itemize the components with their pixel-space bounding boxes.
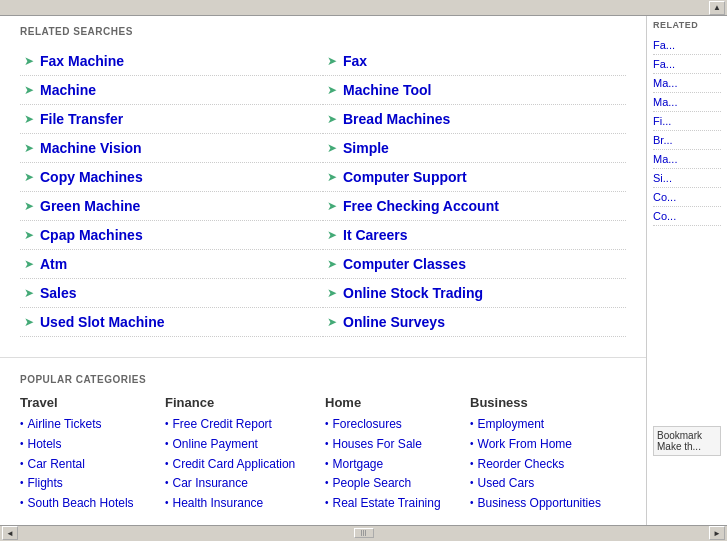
search-link[interactable]: Computer Support — [343, 169, 467, 185]
sidebar-link[interactable]: Co... — [653, 191, 721, 203]
make-text: Make th... — [657, 441, 701, 452]
list-item: ➤ Cpap Machines — [20, 221, 323, 250]
list-item: • South Beach Hotels — [20, 495, 155, 512]
bullet-icon: • — [20, 477, 24, 488]
list-item: • Real Estate Training — [325, 495, 460, 512]
list-item: Si... — [653, 169, 721, 188]
horizontal-scroll-track[interactable] — [18, 528, 709, 538]
popular-categories-section: POPULAR CATEGORIES Travel • Airline Tick… — [0, 357, 646, 525]
search-link[interactable]: Cpap Machines — [40, 227, 143, 243]
list-item: Fi... — [653, 112, 721, 131]
arrow-icon: ➤ — [24, 54, 34, 68]
sidebar-link[interactable]: Co... — [653, 210, 721, 222]
search-link[interactable]: Free Checking Account — [343, 198, 499, 214]
category-link[interactable]: Work From Home — [478, 436, 572, 453]
sidebar-link[interactable]: Ma... — [653, 77, 721, 89]
bullet-icon: • — [325, 458, 329, 469]
list-item: • Business Opportunities — [470, 495, 635, 512]
category-link[interactable]: Used Cars — [478, 475, 535, 492]
list-item: ➤ Used Slot Machine — [20, 308, 323, 337]
search-link[interactable]: It Careers — [343, 227, 408, 243]
category-link[interactable]: Free Credit Report — [173, 416, 272, 433]
category-link[interactable]: Employment — [478, 416, 545, 433]
category-link[interactable]: Credit Card Application — [173, 456, 296, 473]
list-item: Ma... — [653, 150, 721, 169]
bullet-icon: • — [325, 477, 329, 488]
list-item: ➤ It Careers — [323, 221, 626, 250]
popular-categories-title: POPULAR CATEGORIES — [20, 374, 626, 385]
category-title-travel: Travel — [20, 395, 155, 410]
bullet-icon: • — [325, 418, 329, 429]
search-link[interactable]: Machine — [40, 82, 96, 98]
category-title-finance: Finance — [165, 395, 315, 410]
search-right-column: ➤ Fax ➤ Machine Tool ➤ Bread Machines ➤ … — [323, 47, 626, 337]
arrow-icon: ➤ — [24, 315, 34, 329]
arrow-icon: ➤ — [24, 141, 34, 155]
list-item: ➤ Computer Classes — [323, 250, 626, 279]
arrow-icon: ➤ — [24, 228, 34, 242]
search-link[interactable]: Computer Classes — [343, 256, 466, 272]
list-item: ➤ Atm — [20, 250, 323, 279]
category-link[interactable]: South Beach Hotels — [28, 495, 134, 512]
search-link[interactable]: Online Surveys — [343, 314, 445, 330]
scroll-left-button[interactable]: ◄ — [2, 526, 18, 540]
category-link[interactable]: Foreclosures — [333, 416, 402, 433]
top-scrollbar: ▲ — [0, 0, 727, 16]
search-link[interactable]: Fax Machine — [40, 53, 124, 69]
list-item: • Used Cars — [470, 475, 635, 492]
search-link[interactable]: Bread Machines — [343, 111, 450, 127]
bullet-icon: • — [20, 418, 24, 429]
list-item: ➤ Bread Machines — [323, 105, 626, 134]
category-link[interactable]: Reorder Checks — [478, 456, 565, 473]
category-link[interactable]: Mortgage — [333, 456, 384, 473]
category-link[interactable]: Health Insurance — [173, 495, 264, 512]
sidebar-link[interactable]: Fa... — [653, 58, 721, 70]
search-link[interactable]: Simple — [343, 140, 389, 156]
category-list-travel: • Airline Tickets • Hotels • Car Rental — [20, 416, 155, 512]
category-link[interactable]: Real Estate Training — [333, 495, 441, 512]
category-link[interactable]: Business Opportunities — [478, 495, 601, 512]
scroll-up-button[interactable]: ▲ — [709, 1, 725, 15]
bullet-icon: • — [20, 497, 24, 508]
category-link[interactable]: Car Insurance — [173, 475, 248, 492]
category-group-business: Business • Employment • Work From Home • — [470, 395, 645, 515]
category-list-business: • Employment • Work From Home • Reorder … — [470, 416, 635, 512]
sidebar-link[interactable]: Fa... — [653, 39, 721, 51]
category-link[interactable]: Car Rental — [28, 456, 85, 473]
sidebar-link[interactable]: Br... — [653, 134, 721, 146]
sidebar-link[interactable]: Ma... — [653, 96, 721, 108]
list-item: • Car Rental — [20, 456, 155, 473]
search-link[interactable]: Copy Machines — [40, 169, 143, 185]
scroll-grip[interactable] — [354, 528, 374, 538]
list-item: ➤ Copy Machines — [20, 163, 323, 192]
sidebar-link[interactable]: Ma... — [653, 153, 721, 165]
list-item: • Employment — [470, 416, 635, 433]
category-link[interactable]: People Search — [333, 475, 412, 492]
list-item: ➤ File Transfer — [20, 105, 323, 134]
sidebar-link[interactable]: Si... — [653, 172, 721, 184]
search-link[interactable]: Sales — [40, 285, 77, 301]
category-link[interactable]: Houses For Sale — [333, 436, 422, 453]
search-link[interactable]: Used Slot Machine — [40, 314, 164, 330]
category-title-home: Home — [325, 395, 460, 410]
arrow-icon: ➤ — [24, 257, 34, 271]
search-link[interactable]: Atm — [40, 256, 67, 272]
search-link[interactable]: Fax — [343, 53, 367, 69]
category-link[interactable]: Online Payment — [173, 436, 258, 453]
bottom-scrollbar: ◄ ► — [0, 525, 727, 541]
scroll-right-button[interactable]: ► — [709, 526, 725, 540]
list-item: • Online Payment — [165, 436, 315, 453]
arrow-icon: ➤ — [327, 257, 337, 271]
search-link[interactable]: Machine Vision — [40, 140, 142, 156]
category-link[interactable]: Hotels — [28, 436, 62, 453]
bullet-icon: • — [165, 477, 169, 488]
category-link[interactable]: Airline Tickets — [28, 416, 102, 433]
search-link[interactable]: Machine Tool — [343, 82, 431, 98]
list-item: ➤ Green Machine — [20, 192, 323, 221]
category-link[interactable]: Flights — [28, 475, 63, 492]
search-link[interactable]: Online Stock Trading — [343, 285, 483, 301]
sidebar-link[interactable]: Fi... — [653, 115, 721, 127]
search-link[interactable]: Green Machine — [40, 198, 140, 214]
search-link[interactable]: File Transfer — [40, 111, 123, 127]
category-list-finance: • Free Credit Report • Online Payment • … — [165, 416, 315, 512]
